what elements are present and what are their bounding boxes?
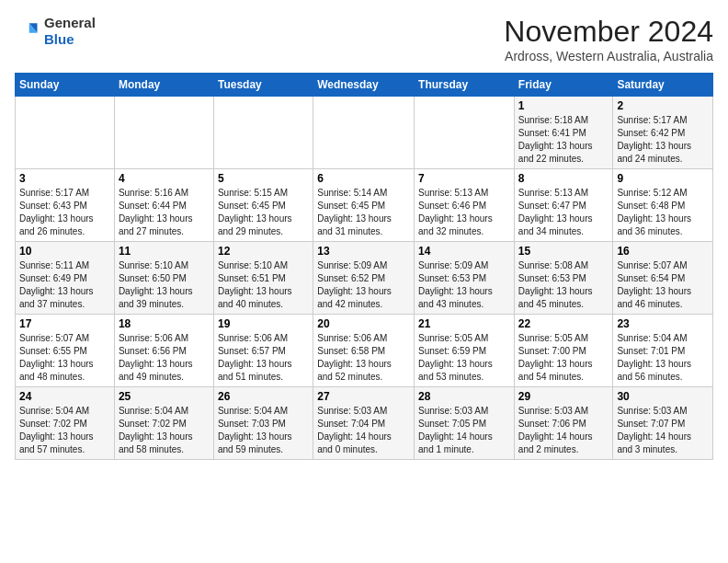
calendar-cell: 18Sunrise: 5:06 AM Sunset: 6:56 PM Dayli…	[114, 315, 213, 387]
day-info: Sunrise: 5:09 AM Sunset: 6:53 PM Dayligh…	[418, 259, 510, 311]
day-info: Sunrise: 5:13 AM Sunset: 6:47 PM Dayligh…	[518, 187, 609, 238]
day-number: 24	[19, 390, 110, 403]
calendar-week-3: 10Sunrise: 5:11 AM Sunset: 6:49 PM Dayli…	[16, 242, 713, 315]
day-info: Sunrise: 5:05 AM Sunset: 6:59 PM Dayligh…	[418, 332, 510, 384]
day-info: Sunrise: 5:11 AM Sunset: 6:49 PM Dayligh…	[19, 259, 110, 311]
calendar: SundayMondayTuesdayWednesdayThursdayFrid…	[15, 73, 713, 460]
logo-blue: Blue	[44, 31, 96, 48]
day-number: 1	[518, 99, 609, 112]
day-number: 8	[518, 172, 609, 185]
calendar-cell: 22Sunrise: 5:05 AM Sunset: 7:00 PM Dayli…	[514, 315, 613, 387]
weekday-header-sunday: Sunday	[16, 74, 115, 97]
day-info: Sunrise: 5:06 AM Sunset: 6:57 PM Dayligh…	[218, 332, 309, 384]
calendar-cell: 12Sunrise: 5:10 AM Sunset: 6:51 PM Dayli…	[213, 242, 313, 315]
calendar-cell: 10Sunrise: 5:11 AM Sunset: 6:49 PM Dayli…	[16, 242, 115, 315]
weekday-header-tuesday: Tuesday	[213, 74, 313, 97]
calendar-cell: 26Sunrise: 5:04 AM Sunset: 7:03 PM Dayli…	[213, 387, 313, 460]
calendar-cell	[16, 97, 115, 169]
weekday-header-monday: Monday	[114, 74, 213, 97]
day-number: 2	[617, 99, 709, 112]
calendar-cell	[415, 97, 515, 169]
day-number: 14	[418, 245, 510, 258]
calendar-cell: 19Sunrise: 5:06 AM Sunset: 6:57 PM Dayli…	[213, 315, 313, 387]
logo-general: General	[44, 15, 96, 31]
weekday-header-wednesday: Wednesday	[313, 74, 415, 97]
weekday-header-thursday: Thursday	[415, 74, 515, 97]
day-info: Sunrise: 5:05 AM Sunset: 7:00 PM Dayligh…	[518, 332, 609, 384]
day-info: Sunrise: 5:04 AM Sunset: 7:02 PM Dayligh…	[19, 405, 110, 456]
calendar-cell: 27Sunrise: 5:03 AM Sunset: 7:04 PM Dayli…	[313, 387, 415, 460]
calendar-cell: 21Sunrise: 5:05 AM Sunset: 6:59 PM Dayli…	[415, 315, 515, 387]
calendar-cell: 6Sunrise: 5:14 AM Sunset: 6:45 PM Daylig…	[313, 169, 415, 242]
day-number: 28	[418, 390, 510, 403]
day-info: Sunrise: 5:17 AM Sunset: 6:43 PM Dayligh…	[19, 187, 110, 238]
day-info: Sunrise: 5:16 AM Sunset: 6:44 PM Dayligh…	[119, 187, 210, 238]
day-info: Sunrise: 5:17 AM Sunset: 6:42 PM Dayligh…	[617, 114, 709, 166]
title-area: November 2024 Ardross, Western Australia…	[504, 15, 713, 63]
calendar-cell: 20Sunrise: 5:06 AM Sunset: 6:58 PM Dayli…	[313, 315, 415, 387]
calendar-cell: 8Sunrise: 5:13 AM Sunset: 6:47 PM Daylig…	[514, 169, 613, 242]
weekday-header-saturday: Saturday	[613, 74, 713, 97]
day-number: 15	[518, 245, 609, 258]
calendar-cell	[313, 97, 415, 169]
calendar-cell: 17Sunrise: 5:07 AM Sunset: 6:55 PM Dayli…	[16, 315, 115, 387]
calendar-cell: 15Sunrise: 5:08 AM Sunset: 6:53 PM Dayli…	[514, 242, 613, 315]
day-number: 16	[617, 245, 709, 258]
day-info: Sunrise: 5:07 AM Sunset: 6:54 PM Dayligh…	[617, 259, 709, 311]
day-number: 4	[119, 172, 210, 185]
calendar-cell: 11Sunrise: 5:10 AM Sunset: 6:50 PM Dayli…	[114, 242, 213, 315]
day-number: 27	[317, 390, 410, 403]
day-info: Sunrise: 5:18 AM Sunset: 6:41 PM Dayligh…	[518, 114, 609, 166]
day-number: 21	[418, 317, 510, 330]
weekday-header-friday: Friday	[514, 74, 613, 97]
day-number: 25	[119, 390, 210, 403]
calendar-cell: 23Sunrise: 5:04 AM Sunset: 7:01 PM Dayli…	[613, 315, 713, 387]
calendar-cell: 3Sunrise: 5:17 AM Sunset: 6:43 PM Daylig…	[16, 169, 115, 242]
calendar-week-2: 3Sunrise: 5:17 AM Sunset: 6:43 PM Daylig…	[16, 169, 713, 242]
day-number: 19	[218, 317, 309, 330]
calendar-cell	[114, 97, 213, 169]
day-info: Sunrise: 5:03 AM Sunset: 7:05 PM Dayligh…	[418, 405, 510, 456]
calendar-cell: 5Sunrise: 5:15 AM Sunset: 6:45 PM Daylig…	[213, 169, 313, 242]
day-info: Sunrise: 5:03 AM Sunset: 7:07 PM Dayligh…	[617, 405, 709, 456]
day-number: 11	[119, 245, 210, 258]
day-number: 20	[317, 317, 410, 330]
weekday-header-row: SundayMondayTuesdayWednesdayThursdayFrid…	[16, 74, 713, 97]
day-info: Sunrise: 5:04 AM Sunset: 7:02 PM Dayligh…	[119, 405, 210, 456]
day-number: 17	[19, 317, 110, 330]
day-info: Sunrise: 5:06 AM Sunset: 6:56 PM Dayligh…	[119, 332, 210, 384]
calendar-cell: 30Sunrise: 5:03 AM Sunset: 7:07 PM Dayli…	[613, 387, 713, 460]
day-info: Sunrise: 5:10 AM Sunset: 6:51 PM Dayligh…	[218, 259, 309, 311]
day-info: Sunrise: 5:04 AM Sunset: 7:03 PM Dayligh…	[218, 405, 309, 456]
logo-icon	[15, 18, 40, 44]
day-number: 22	[518, 317, 609, 330]
day-number: 26	[218, 390, 309, 403]
calendar-cell: 28Sunrise: 5:03 AM Sunset: 7:05 PM Dayli…	[415, 387, 515, 460]
calendar-cell: 29Sunrise: 5:03 AM Sunset: 7:06 PM Dayli…	[514, 387, 613, 460]
month-title: November 2024	[504, 15, 713, 49]
day-number: 3	[19, 172, 110, 185]
day-number: 12	[218, 245, 309, 258]
day-info: Sunrise: 5:06 AM Sunset: 6:58 PM Dayligh…	[317, 332, 410, 384]
day-number: 7	[418, 172, 510, 185]
location: Ardross, Western Australia, Australia	[504, 49, 713, 63]
day-number: 9	[617, 172, 709, 185]
day-number: 13	[317, 245, 410, 258]
day-info: Sunrise: 5:13 AM Sunset: 6:46 PM Dayligh…	[418, 187, 510, 238]
page-header: General Blue November 2024 Ardross, West…	[15, 15, 713, 63]
calendar-cell: 7Sunrise: 5:13 AM Sunset: 6:46 PM Daylig…	[415, 169, 515, 242]
day-number: 6	[317, 172, 410, 185]
day-info: Sunrise: 5:09 AM Sunset: 6:52 PM Dayligh…	[317, 259, 410, 311]
calendar-cell: 13Sunrise: 5:09 AM Sunset: 6:52 PM Dayli…	[313, 242, 415, 315]
day-number: 18	[119, 317, 210, 330]
day-number: 30	[617, 390, 709, 403]
calendar-cell	[213, 97, 313, 169]
day-info: Sunrise: 5:15 AM Sunset: 6:45 PM Dayligh…	[218, 187, 309, 238]
day-number: 29	[518, 390, 609, 403]
day-info: Sunrise: 5:10 AM Sunset: 6:50 PM Dayligh…	[119, 259, 210, 311]
calendar-cell: 16Sunrise: 5:07 AM Sunset: 6:54 PM Dayli…	[613, 242, 713, 315]
day-number: 5	[218, 172, 309, 185]
calendar-cell: 25Sunrise: 5:04 AM Sunset: 7:02 PM Dayli…	[114, 387, 213, 460]
calendar-week-1: 1Sunrise: 5:18 AM Sunset: 6:41 PM Daylig…	[16, 97, 713, 169]
day-info: Sunrise: 5:04 AM Sunset: 7:01 PM Dayligh…	[617, 332, 709, 384]
